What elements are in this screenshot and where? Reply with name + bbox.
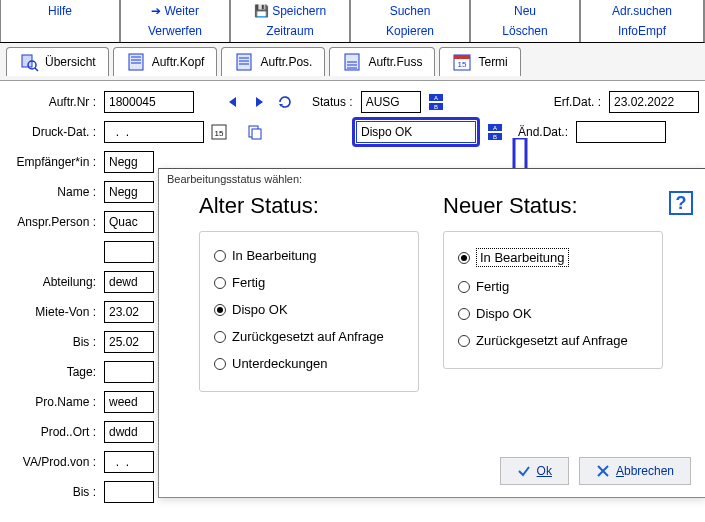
druck-dat-label: Druck-Dat. :: [0, 125, 100, 139]
svg-line-2: [35, 68, 38, 71]
svg-text:15: 15: [215, 129, 224, 138]
radio-label: Zurückgesetzt auf Anfrage: [476, 333, 628, 348]
radio-icon: [458, 308, 470, 320]
alter-opt-fertig[interactable]: Fertig: [214, 269, 404, 296]
neuer-status-heading: Neuer Status:: [443, 193, 663, 219]
menu-hilfe[interactable]: Hilfe: [1, 0, 119, 21]
tab-uebersicht[interactable]: Übersicht: [6, 47, 109, 76]
va-prod-input[interactable]: [104, 451, 154, 473]
next-icon[interactable]: [248, 91, 270, 113]
tabstrip: Übersicht Auftr.Kopf Auftr.Pos. Auftr.Fu…: [0, 43, 705, 81]
menu-neu[interactable]: Neu: [471, 0, 579, 21]
status-lookup-icon[interactable]: AB: [425, 91, 447, 113]
tab-label: Termi: [478, 55, 507, 69]
refresh-icon[interactable]: [274, 91, 296, 113]
druck-dat-input[interactable]: [104, 121, 204, 143]
tab-termi[interactable]: 15 Termi: [439, 47, 520, 76]
bis-label: Bis :: [0, 335, 100, 349]
bis2-input[interactable]: [104, 481, 154, 503]
aend-dat-input[interactable]: [576, 121, 666, 143]
radio-icon: [458, 252, 470, 264]
tab-auftr-fuss[interactable]: Auftr.Fuss: [329, 47, 435, 76]
menu-verwerfen[interactable]: Verwerfen: [121, 21, 229, 42]
svg-rect-3: [129, 54, 143, 70]
name-input[interactable]: [104, 181, 154, 203]
abteilung-input[interactable]: [104, 271, 154, 293]
auftr-nr-input[interactable]: [104, 91, 194, 113]
magnifier-icon: [19, 52, 39, 72]
menu-loeschen[interactable]: Löschen: [471, 21, 579, 42]
alter-opt-unterdeckungen[interactable]: Unterdeckungen: [214, 350, 404, 377]
neuer-opt-zurueckgesetzt[interactable]: Zurückgesetzt auf Anfrage: [458, 327, 648, 354]
radio-icon: [214, 277, 226, 289]
dispo-ok-highlight: [352, 117, 480, 147]
svg-marker-18: [229, 97, 236, 107]
ok-button[interactable]: Ok: [500, 457, 569, 485]
prev-icon[interactable]: [222, 91, 244, 113]
copy-icon[interactable]: [244, 121, 266, 143]
cancel-button[interactable]: Abbrechen: [579, 457, 691, 485]
document-icon: [342, 52, 362, 72]
dispo-ok-input[interactable]: [356, 121, 476, 143]
empfaenger-label: Empfänger*in :: [0, 155, 100, 169]
anspr-extra-input[interactable]: [104, 241, 154, 263]
svg-text:A: A: [434, 95, 438, 101]
menu-kopieren[interactable]: Kopieren: [351, 21, 469, 42]
menu-speichern[interactable]: 💾 Speichern: [231, 0, 349, 21]
status-input[interactable]: [361, 91, 421, 113]
svg-text:A: A: [493, 125, 497, 131]
menu-adr-suchen[interactable]: Adr.suchen: [581, 0, 703, 21]
menu-zeitraum[interactable]: Zeitraum: [231, 21, 349, 42]
menu-infoempf[interactable]: InfoEmpf: [581, 21, 703, 42]
tab-label: Übersicht: [45, 55, 96, 69]
radio-icon: [214, 358, 226, 370]
radio-icon: [214, 331, 226, 343]
name-label: Name :: [0, 185, 100, 199]
cancel-label: Abbrechen: [616, 464, 674, 478]
svg-text:B: B: [493, 134, 497, 140]
neuer-opt-dispo-ok[interactable]: Dispo OK: [458, 300, 648, 327]
empfaenger-input[interactable]: [104, 151, 154, 173]
menu-suchen[interactable]: Suchen: [351, 0, 469, 21]
document-icon: [126, 52, 146, 72]
dialog-title: Bearbeitungsstatus wählen:: [159, 169, 705, 189]
bis-input[interactable]: [104, 331, 154, 353]
svg-text:B: B: [434, 104, 438, 110]
radio-icon: [214, 250, 226, 262]
alter-opt-zurueckgesetzt[interactable]: Zurückgesetzt auf Anfrage: [214, 323, 404, 350]
svg-rect-28: [252, 129, 261, 139]
erf-dat-input[interactable]: [609, 91, 699, 113]
tab-auftr-kopf[interactable]: Auftr.Kopf: [113, 47, 218, 76]
tage-input[interactable]: [104, 361, 154, 383]
svg-rect-7: [237, 54, 251, 70]
tab-label: Auftr.Pos.: [260, 55, 312, 69]
dispo-lookup-icon[interactable]: AB: [484, 121, 506, 143]
calendar15-icon[interactable]: 15: [208, 121, 230, 143]
status-dialog: Bearbeitungsstatus wählen: ? Alter Statu…: [158, 168, 705, 498]
miete-von-input[interactable]: [104, 301, 154, 323]
svg-rect-16: [454, 55, 470, 59]
tab-label: Auftr.Fuss: [368, 55, 422, 69]
close-icon: [596, 464, 610, 478]
anspr-label: Anspr.Person :: [0, 215, 100, 229]
help-icon[interactable]: ?: [669, 191, 693, 215]
bis2-label: Bis :: [0, 485, 100, 499]
radio-label: Zurückgesetzt auf Anfrage: [232, 329, 384, 344]
alter-opt-in-bearbeitung[interactable]: In Bearbeitung: [214, 242, 404, 269]
va-prod-label: VA/Prod.von :: [0, 455, 100, 469]
menu-blank: [1, 21, 119, 42]
neuer-opt-fertig[interactable]: Fertig: [458, 273, 648, 300]
ok-label: Ok: [537, 464, 552, 478]
tab-auftr-pos[interactable]: Auftr.Pos.: [221, 47, 325, 76]
tage-label: Tage:: [0, 365, 100, 379]
alter-status-heading: Alter Status:: [199, 193, 419, 219]
alter-opt-dispo-ok[interactable]: Dispo OK: [214, 296, 404, 323]
menu-weiter[interactable]: ➔ Weiter: [121, 0, 229, 21]
prod-ort-input[interactable]: [104, 421, 154, 443]
check-icon: [517, 464, 531, 478]
aend-dat-label: Änd.Dat.:: [518, 125, 572, 139]
pro-name-input[interactable]: [104, 391, 154, 413]
neuer-opt-in-bearbeitung[interactable]: In Bearbeitung: [458, 242, 648, 273]
pro-name-label: Pro.Name :: [0, 395, 100, 409]
anspr-input[interactable]: [104, 211, 154, 233]
